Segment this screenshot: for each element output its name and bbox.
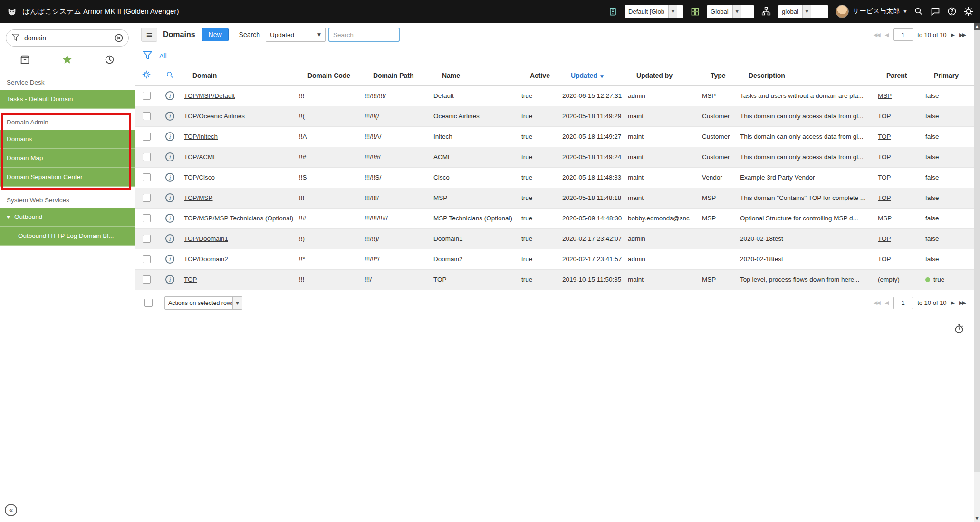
scroll-down-icon[interactable]: ▼ bbox=[974, 515, 980, 522]
column-menu-icon[interactable]: ≡ bbox=[299, 72, 304, 79]
response-time-icon[interactable] bbox=[954, 323, 964, 336]
sidebar-item-domains[interactable]: Domains bbox=[0, 130, 135, 149]
column-header-updated[interactable]: ≡Updated▼ bbox=[560, 66, 626, 85]
connect-chat-icon[interactable] bbox=[931, 7, 940, 16]
domain-link[interactable]: TOP/Cisco bbox=[184, 174, 215, 181]
row-checkbox[interactable] bbox=[143, 255, 151, 263]
update-set-icon[interactable] bbox=[608, 7, 617, 16]
row-checkbox[interactable] bbox=[143, 214, 151, 222]
domain-link[interactable]: TOP/ACME bbox=[184, 153, 217, 161]
breadcrumb-all-link[interactable]: All bbox=[159, 52, 167, 60]
favorites-icon[interactable] bbox=[62, 54, 73, 65]
record-preview-icon[interactable]: i bbox=[165, 275, 174, 284]
column-header-description[interactable]: ≡Description bbox=[738, 66, 876, 85]
parent-link[interactable]: TOP bbox=[878, 174, 891, 181]
parent-link[interactable]: TOP bbox=[878, 194, 891, 201]
sidebar-item-domain-separation-center[interactable]: Domain Separation Center bbox=[0, 168, 135, 187]
prev-page-icon[interactable]: ◀ bbox=[885, 300, 889, 306]
parent-link[interactable]: TOP bbox=[878, 256, 891, 263]
record-preview-icon[interactable]: i bbox=[165, 255, 174, 264]
domain-link[interactable]: TOP/MSP/MSP Technicians (Optional) bbox=[184, 215, 293, 222]
sidebar-item-tasks-default-domain[interactable]: Tasks - Default Domain bbox=[0, 90, 135, 109]
column-search-icon[interactable] bbox=[166, 73, 174, 80]
search-column-select[interactable]: Updated ▼ bbox=[266, 28, 326, 42]
help-icon[interactable] bbox=[947, 7, 957, 16]
domain-link[interactable]: TOP/Initech bbox=[184, 133, 218, 140]
first-page-icon[interactable]: ◀◀ bbox=[874, 32, 881, 38]
column-header-primary[interactable]: ≡Primary bbox=[923, 66, 974, 85]
parent-link[interactable]: TOP bbox=[878, 235, 891, 242]
column-header-code[interactable]: ≡Domain Code bbox=[297, 66, 363, 85]
scroll-up-icon[interactable]: ▲ bbox=[974, 23, 980, 30]
parent-link[interactable]: TOP bbox=[878, 133, 891, 140]
global-search-icon[interactable] bbox=[914, 7, 923, 16]
sidebar-item-outbound-http-log-domain-bl[interactable]: Outbound HTTP Log Domain Bl... bbox=[0, 227, 135, 246]
application-select[interactable]: Global ▼ bbox=[707, 5, 754, 18]
column-menu-icon[interactable]: ≡ bbox=[184, 72, 189, 79]
column-menu-icon[interactable]: ≡ bbox=[702, 72, 707, 79]
first-page-icon[interactable]: ◀◀ bbox=[874, 300, 881, 306]
next-page-icon[interactable]: ▶ bbox=[951, 300, 955, 306]
domain-link[interactable]: TOP/Oceanic Airlines bbox=[184, 113, 245, 120]
column-menu-icon[interactable]: ≡ bbox=[628, 72, 633, 79]
collapse-sidebar-button[interactable]: « bbox=[5, 504, 17, 516]
record-preview-icon[interactable]: i bbox=[165, 193, 174, 202]
settings-gear-icon[interactable] bbox=[964, 7, 973, 16]
list-menu-button[interactable]: ≡ bbox=[141, 28, 157, 42]
sidebar-item-outbound[interactable]: ▼Outbound bbox=[0, 208, 135, 227]
column-menu-icon[interactable]: ≡ bbox=[740, 72, 745, 79]
filter-navigator-input[interactable] bbox=[23, 34, 114, 42]
row-checkbox[interactable] bbox=[143, 275, 151, 284]
record-preview-icon[interactable]: i bbox=[165, 91, 174, 100]
update-set-select[interactable]: Default [Glob ▼ bbox=[625, 5, 683, 18]
sidebar-item-domain-map[interactable]: Domain Map bbox=[0, 149, 135, 168]
record-preview-icon[interactable]: i bbox=[165, 132, 174, 141]
column-menu-icon[interactable]: ≡ bbox=[878, 72, 883, 79]
history-icon[interactable] bbox=[105, 55, 115, 65]
row-checkbox[interactable] bbox=[143, 112, 151, 120]
prev-page-icon[interactable]: ◀ bbox=[885, 32, 889, 38]
domain-link[interactable]: TOP/Doomain2 bbox=[184, 256, 228, 263]
list-filter-icon[interactable] bbox=[143, 51, 152, 61]
parent-link[interactable]: MSP bbox=[878, 215, 892, 222]
record-preview-icon[interactable]: i bbox=[165, 214, 174, 223]
page-number-input[interactable] bbox=[893, 297, 913, 309]
row-checkbox[interactable] bbox=[143, 133, 151, 141]
all-applications-icon[interactable] bbox=[20, 55, 30, 65]
column-header-parent[interactable]: ≡Parent bbox=[876, 66, 923, 85]
column-header-path[interactable]: ≡Domain Path bbox=[363, 66, 432, 85]
column-menu-icon[interactable]: ≡ bbox=[433, 72, 439, 79]
row-checkbox[interactable] bbox=[143, 235, 151, 243]
record-preview-icon[interactable]: i bbox=[165, 234, 174, 243]
last-page-icon[interactable]: ▶▶ bbox=[959, 32, 966, 38]
list-search-input[interactable] bbox=[328, 28, 400, 42]
column-header-type[interactable]: ≡Type bbox=[700, 66, 738, 85]
record-preview-icon[interactable]: i bbox=[165, 112, 174, 121]
last-page-icon[interactable]: ▶▶ bbox=[959, 300, 966, 306]
column-menu-icon[interactable]: ≡ bbox=[562, 72, 567, 79]
scrollbar-thumb[interactable] bbox=[974, 30, 980, 472]
select-all-footer-checkbox[interactable] bbox=[144, 299, 153, 307]
actions-on-selected-rows-select[interactable]: Actions on selected rows... ▼ bbox=[164, 296, 242, 310]
domain-link[interactable]: TOP/Doomain1 bbox=[184, 235, 228, 242]
parent-link[interactable]: MSP bbox=[878, 92, 892, 99]
next-page-icon[interactable]: ▶ bbox=[951, 32, 955, 38]
record-preview-icon[interactable]: i bbox=[165, 152, 174, 161]
application-picker-icon[interactable] bbox=[691, 7, 700, 16]
app-logo-icon[interactable] bbox=[7, 6, 17, 17]
record-preview-icon[interactable]: i bbox=[165, 173, 174, 182]
row-checkbox[interactable] bbox=[143, 153, 151, 161]
row-checkbox[interactable] bbox=[143, 173, 151, 181]
row-checkbox[interactable] bbox=[143, 194, 151, 202]
domain-link[interactable]: TOP/MSP bbox=[184, 194, 213, 201]
column-menu-icon[interactable]: ≡ bbox=[521, 72, 527, 79]
column-header-active[interactable]: ≡Active bbox=[519, 66, 560, 85]
clear-filter-icon[interactable] bbox=[114, 33, 124, 43]
row-checkbox[interactable] bbox=[143, 92, 151, 100]
personalize-list-gear-icon[interactable] bbox=[142, 73, 151, 80]
parent-link[interactable]: TOP bbox=[878, 113, 891, 120]
navigator-filter[interactable] bbox=[6, 29, 129, 47]
domain-link[interactable]: TOP bbox=[184, 276, 197, 283]
parent-link[interactable]: TOP bbox=[878, 153, 891, 161]
vertical-scrollbar[interactable]: ▲ ▼ bbox=[974, 23, 980, 522]
